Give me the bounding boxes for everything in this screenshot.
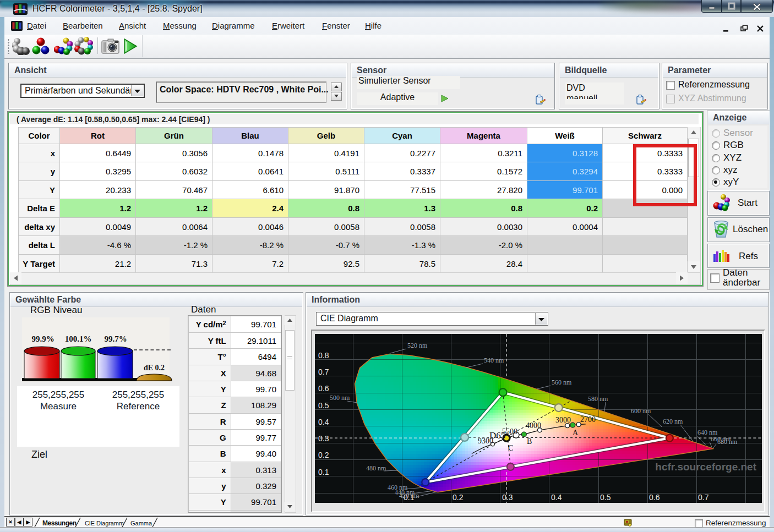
svg-text:2700: 2700 — [580, 415, 596, 424]
svg-text:B: B — [527, 437, 532, 446]
svg-text:A: A — [573, 429, 579, 437]
svg-text:3000: 3000 — [555, 416, 571, 424]
svg-text:0.3: 0.3 — [502, 493, 513, 502]
svg-text:620 nm: 620 nm — [663, 418, 683, 425]
svg-text:500 nm: 500 nm — [330, 394, 350, 402]
svg-text:0.8: 0.8 — [318, 351, 329, 360]
svg-text:420 nm: 420 nm — [399, 492, 419, 500]
svg-text:0.6: 0.6 — [649, 493, 660, 502]
svg-text:D65: D65 — [489, 430, 505, 441]
svg-text:0.2: 0.2 — [318, 451, 329, 459]
svg-text:hcfr.sourceforge.net: hcfr.sourceforge.net — [655, 461, 756, 473]
svg-text:0.4: 0.4 — [318, 418, 329, 426]
svg-text:0.6: 0.6 — [318, 384, 329, 393]
svg-text:480 nm: 480 nm — [366, 464, 386, 472]
svg-text:680 nm: 680 nm — [717, 438, 738, 446]
svg-text:0.7: 0.7 — [698, 493, 709, 502]
svg-text:520 nm: 520 nm — [407, 342, 428, 349]
svg-text:580 nm: 580 nm — [588, 395, 608, 403]
svg-text:0.3: 0.3 — [318, 434, 329, 443]
svg-text:0.1: 0.1 — [318, 468, 329, 476]
svg-text:0.4: 0.4 — [551, 493, 562, 502]
svg-text:540 nm: 540 nm — [484, 357, 504, 364]
svg-text:C: C — [508, 444, 513, 452]
svg-text:0.2: 0.2 — [453, 493, 464, 502]
svg-text:0.5: 0.5 — [318, 401, 329, 410]
svg-text:600 nm: 600 nm — [631, 407, 651, 415]
svg-text:0.7: 0.7 — [318, 368, 329, 376]
svg-text:560 nm: 560 nm — [552, 379, 572, 386]
svg-text:4000: 4000 — [526, 421, 541, 430]
svg-text:0.5: 0.5 — [600, 493, 611, 502]
